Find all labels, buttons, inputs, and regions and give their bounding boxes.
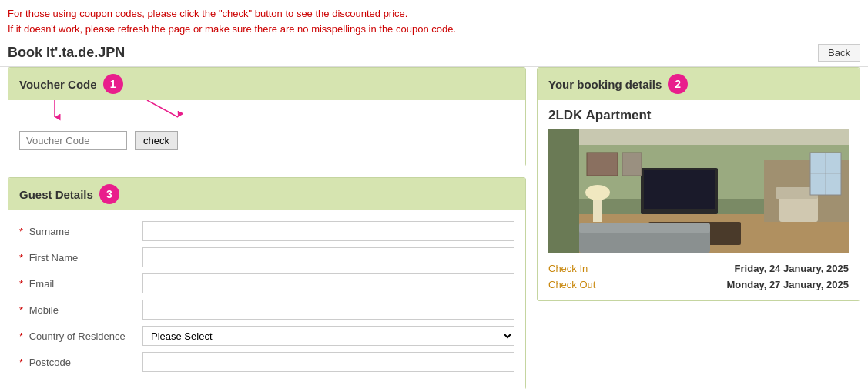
country-required: * [19,330,23,342]
voucher-badge: 1 [103,74,123,94]
country-label: * Country of Residence [19,330,142,342]
country-row: * Country of Residence Please Select Jap… [19,326,514,346]
checkout-value: Monday, 27 January, 2025 [727,279,849,290]
voucher-row: check [19,126,514,155]
voucher-section: Voucher Code 1 [8,67,526,166]
check-button[interactable]: check [135,131,178,150]
firstname-label: * First Name [19,252,142,263]
guest-section: Guest Details 3 * Surname * First Name [8,177,526,389]
warning-line1: For those using coupon codes, please cli… [8,6,860,22]
email-label: * Email [19,278,142,290]
checkout-label: Check Out [548,279,595,290]
email-input[interactable] [142,273,514,293]
apartment-image [548,129,849,253]
apartment-image-svg [548,129,849,253]
voucher-section-header: Voucher Code 1 [8,68,525,100]
postcode-row: * Postcode [19,352,514,372]
booking-box: Your booking details 2 2LDK Apartment [537,67,860,301]
svg-rect-11 [622,153,642,176]
guest-section-body: * Surname * First Name * [8,210,525,389]
postcode-input[interactable] [142,352,514,372]
warning-banner: For those using coupon codes, please cli… [0,0,868,39]
warning-line2: If it doesn't work, please refresh the p… [8,22,860,37]
svg-rect-5 [548,129,849,145]
email-row: * Email [19,273,514,293]
mobile-required: * [19,304,23,316]
mobile-row: * Mobile [19,300,514,320]
booking-body: 2LDK Apartment [538,100,860,300]
right-panel: Your booking details 2 2LDK Apartment [537,67,860,301]
page-header: Book It'.ta.de.JPN Back [0,39,868,67]
svg-rect-18 [579,223,710,233]
checkin-row: Check In Friday, 24 January, 2025 [548,260,849,277]
main-layout: Voucher Code 1 [0,67,868,389]
postcode-label: * Postcode [19,357,142,368]
firstname-input[interactable] [142,247,514,267]
guest-section-header: Guest Details 3 [8,178,525,210]
mobile-label: * Mobile [19,304,142,316]
svg-rect-10 [587,153,618,176]
apartment-title: 2LDK Apartment [548,108,849,123]
booking-badge: 2 [668,74,688,94]
svg-rect-9 [644,170,715,209]
booking-title: Your booking details [548,78,662,91]
checkin-label: Check In [548,263,588,274]
postcode-required: * [19,357,23,368]
left-panel: Voucher Code 1 [8,67,526,389]
email-required: * [19,278,23,290]
svg-point-16 [585,185,610,200]
page-title: Book It'.ta.de.JPN [8,45,125,61]
country-select[interactable]: Please Select Japan United States United… [142,326,514,346]
voucher-title: Voucher Code [19,78,97,91]
checkin-value: Friday, 24 January, 2025 [735,263,849,274]
firstname-row: * First Name [19,247,514,267]
surname-label: * Surname [19,226,142,237]
surname-required: * [19,226,23,237]
booking-header: Your booking details 2 [538,68,860,100]
voucher-input[interactable] [19,131,127,150]
surname-row: * Surname [19,221,514,241]
back-button[interactable]: Back [818,44,860,62]
guest-title: Guest Details [19,188,93,201]
surname-input[interactable] [142,221,514,241]
voucher-section-body: check [8,100,525,166]
svg-rect-6 [548,129,579,253]
mobile-input[interactable] [142,300,514,320]
firstname-required: * [19,252,23,263]
guest-badge: 3 [99,184,119,204]
svg-rect-17 [579,230,710,253]
checkout-row: Check Out Monday, 27 January, 2025 [548,277,849,293]
